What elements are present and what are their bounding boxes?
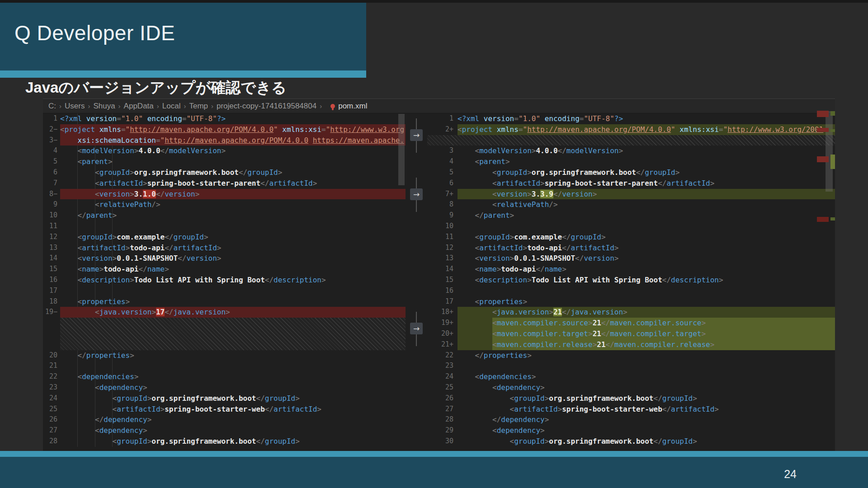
token — [60, 136, 78, 145]
code-text: <project xmlns="http://maven.apache.org/… — [458, 124, 835, 135]
accept-change-arrow-button[interactable]: → — [410, 323, 423, 334]
token: /> — [151, 200, 160, 209]
token: > — [710, 179, 715, 188]
code-text: <groupId>org.springframework.boot</group… — [60, 167, 406, 178]
code-line: 30 <groupId>org.springframework.boot</gr… — [427, 436, 835, 447]
token: dependencies — [479, 372, 532, 381]
token: > — [497, 265, 501, 273]
token: > — [317, 405, 321, 413]
line-number: 30 — [427, 436, 458, 447]
breadcrumb-file[interactable]: pom.xml — [338, 102, 367, 111]
token: dependency — [104, 415, 147, 424]
token: > — [540, 179, 545, 188]
code-text: <?xml version="1.0" encoding="UTF-8"?> — [458, 113, 835, 124]
breadcrumb-item[interactable]: project-copy-1741619584804 — [217, 102, 316, 111]
token: modelVersion — [169, 146, 222, 155]
code-text: <artifactId>todo-api</artifactId> — [458, 243, 835, 253]
token: </ — [60, 415, 104, 424]
slide: Q Developer IDE Javaのバージョンアップが確認できる C:›U… — [0, 0, 868, 488]
code-text: <groupId>org.springframework.boot</group… — [458, 167, 835, 178]
token: todo-api — [104, 265, 138, 273]
code-text: <groupId>org.springframework.boot</group… — [60, 436, 406, 447]
token: > — [532, 372, 536, 381]
token: > — [160, 405, 165, 413]
code-text: <description>Todo List API with Spring B… — [60, 275, 406, 286]
token: > — [523, 244, 528, 252]
token: < — [60, 157, 82, 166]
line-number: 17 — [43, 286, 60, 296]
code-text — [458, 361, 835, 371]
token: < — [60, 383, 99, 392]
overview-ruler-mark — [817, 217, 829, 222]
code-line: 26 </dependency> — [43, 414, 406, 425]
code-line: 4 <modelVersion>4.0.0</modelVersion> — [43, 145, 406, 156]
accept-change-arrow-button[interactable]: → — [410, 188, 423, 200]
breadcrumb-item[interactable]: C: — [48, 102, 56, 111]
token: < — [458, 383, 497, 392]
token: </ — [562, 244, 571, 252]
breadcrumb-item[interactable]: Temp — [189, 102, 208, 111]
line-number: 5 — [427, 167, 458, 178]
token: properties — [484, 351, 527, 360]
code-text: <version>0.0.1-SNAPSHOT</version> — [458, 253, 835, 264]
code-text: <relativePath/> — [458, 199, 835, 210]
token: 4.0.0 — [536, 146, 557, 155]
token: > — [614, 244, 619, 252]
token: </ — [654, 437, 662, 446]
breadcrumb-item[interactable]: Shuya — [93, 102, 115, 111]
token: spring-boot-starter-web — [562, 405, 662, 413]
token: 21 — [593, 319, 601, 327]
token — [82, 114, 86, 123]
code-line: 16 <description>Todo List API with Sprin… — [43, 275, 406, 286]
token: project — [462, 125, 492, 134]
code-line: 3 <modelVersion>4.0.0</modelVersion> — [427, 145, 835, 156]
token: > — [510, 254, 514, 263]
token: < — [492, 329, 497, 338]
token: > — [278, 168, 283, 177]
token: > — [527, 351, 532, 360]
scrollbar-slider[interactable] — [826, 111, 833, 192]
token: 21 — [593, 329, 601, 338]
token: > — [714, 405, 719, 413]
token: todo-api — [527, 244, 562, 252]
code-line: 18 <properties> — [43, 296, 406, 307]
token: java.version — [571, 308, 623, 316]
token: groupId — [247, 168, 278, 177]
code-line: 5 <groupId>org.springframework.boot</gro… — [427, 167, 835, 178]
line-number: 3 — [427, 145, 458, 156]
breadcrumb-item[interactable]: Users — [65, 102, 85, 111]
token: " — [160, 136, 165, 145]
token: version — [484, 114, 514, 123]
token: org.springframework.boot — [151, 437, 256, 446]
token: > — [147, 437, 152, 446]
scrollbar-slider[interactable] — [398, 114, 405, 185]
token: < — [458, 372, 479, 381]
diff-editor-right-pane[interactable]: 1<?xml version="1.0" encoding="UTF-8"?>2… — [427, 113, 835, 447]
code-text — [60, 286, 406, 296]
token: = — [121, 125, 126, 134]
token: < — [60, 308, 99, 316]
token: "1.0" — [121, 114, 143, 123]
token: dependency — [501, 415, 544, 424]
token: < — [60, 146, 82, 155]
token: groupId — [497, 168, 527, 177]
token: parent — [484, 211, 510, 220]
code-line: 8 <relativePath/> — [427, 199, 835, 210]
token: groupId — [82, 233, 112, 241]
token: artifactId — [571, 244, 614, 252]
code-line: 23 <dependency> — [43, 382, 406, 393]
code-indent — [458, 339, 492, 350]
token: parent — [479, 157, 505, 166]
breadcrumb-item[interactable]: AppData — [124, 102, 154, 111]
token: "UTF-8" — [584, 114, 614, 123]
line-number: 9 — [43, 199, 60, 210]
breadcrumb-item[interactable]: Local — [162, 102, 181, 111]
line-number: 5 — [43, 156, 60, 167]
code-line: 5 <parent> — [43, 156, 406, 167]
code-text: <artifactId>spring-boot-starter-web</art… — [458, 404, 835, 415]
code-line: 20+ <maven.compiler.target>21</maven.com… — [427, 328, 835, 339]
accept-change-arrow-button[interactable]: → — [410, 129, 423, 141]
code-line: 24 <groupId>org.springframework.boot</gr… — [43, 393, 406, 404]
code-line: 17 — [43, 286, 406, 296]
diff-editor-left-pane[interactable]: 1<?xml version="1.0" encoding="UTF-8"?>2… — [43, 113, 406, 447]
